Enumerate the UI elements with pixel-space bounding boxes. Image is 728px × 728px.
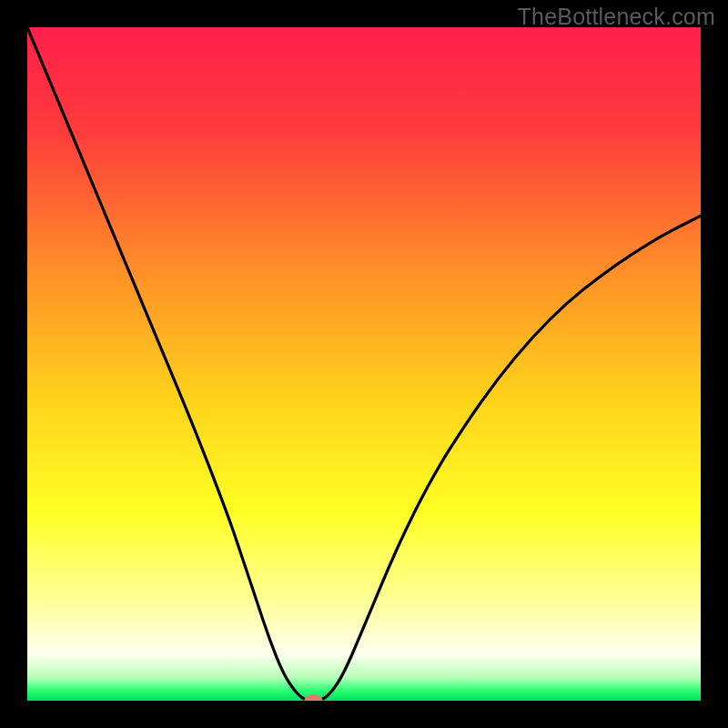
bottleneck-chart: [27, 27, 701, 701]
chart-frame: TheBottleneck.com: [0, 0, 728, 728]
watermark-text: TheBottleneck.com: [518, 4, 715, 30]
plot-area: [27, 27, 701, 701]
gradient-background: [27, 27, 701, 701]
